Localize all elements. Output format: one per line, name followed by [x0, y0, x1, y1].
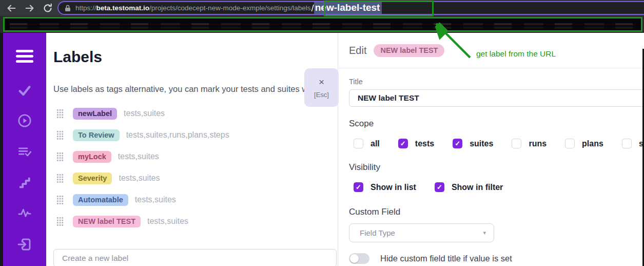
chevron-down-icon: ▾ [483, 230, 486, 236]
bookmarks-bar-zone [0, 16, 644, 33]
drag-handle-icon[interactable] [56, 195, 64, 204]
reload-icon[interactable] [43, 3, 53, 13]
hide-title-toggle[interactable] [349, 253, 369, 264]
create-label-input[interactable] [53, 249, 337, 266]
forward-icon[interactable] [24, 3, 35, 13]
checkbox-label: suites [470, 139, 493, 148]
hide-title-toggle-row: Hide custom field title if value is set [349, 253, 644, 264]
checkbox-label: tests [415, 139, 434, 148]
checkbox-label: Show in list [370, 183, 416, 192]
url-scheme: https:// [75, 4, 96, 12]
toggle-label: Hide custom field title if value is set [380, 254, 512, 263]
checkbox[interactable] [398, 139, 408, 148]
label-badge[interactable]: Automatable [73, 194, 128, 206]
edit-heading: Edit [349, 45, 366, 56]
back-icon[interactable] [6, 3, 17, 13]
scope-checkbox-tests[interactable]: tests [398, 139, 434, 148]
visibility-checkbox-show-in-list[interactable]: Show in list [354, 182, 416, 192]
check-icon[interactable] [17, 83, 32, 100]
scope-checkbox-steps[interactable]: steps [622, 139, 644, 148]
checkbox[interactable] [354, 182, 363, 192]
checkbox[interactable] [435, 182, 444, 192]
checkbox[interactable] [354, 139, 363, 148]
custom-field-heading: Custom Field [349, 207, 644, 217]
label-badge[interactable]: newLabel [73, 108, 117, 120]
checkbox-label: Show in filter [452, 183, 503, 192]
label-badge[interactable]: To Review [73, 129, 120, 141]
visibility-checkbox-row: Show in list Show in filter [354, 182, 644, 192]
checkbox[interactable] [622, 139, 632, 148]
toggle-knob [350, 254, 359, 263]
url-path: /projects/codecept-new-mode-exmple/setti… [149, 4, 310, 12]
url-host: beta.testomat.io [96, 4, 150, 12]
esc-hint: [Esc] [314, 91, 329, 99]
page-description: Use labels as tags alternative, you can … [53, 84, 310, 94]
close-icon: × [319, 77, 324, 87]
hamburger-menu-icon[interactable] [16, 50, 33, 63]
checkbox-label: all [370, 139, 380, 148]
label-badge[interactable]: NEW label TEST [73, 216, 141, 227]
field-type-value: Field Type [360, 229, 395, 237]
scope-checkbox-all[interactable]: all [354, 139, 380, 148]
drag-handle-icon[interactable] [56, 109, 64, 118]
browser-chrome: https://beta.testomat.io/projects/codece… [0, 0, 644, 16]
label-scope-text: tests,suites [118, 152, 159, 161]
scope-checkbox-row: all tests suites runs [354, 139, 644, 148]
drag-handle-icon[interactable] [56, 130, 64, 140]
drag-handle-icon[interactable] [56, 174, 64, 183]
page: https://beta.testomat.io/projects/codece… [0, 0, 644, 266]
checkbox[interactable] [565, 139, 575, 148]
url-highlighted-segment: new-label-test [314, 2, 382, 14]
edit-label-panel: Edit NEW label TEST Title Scope all test… [338, 33, 644, 266]
drag-handle-icon[interactable] [56, 217, 64, 226]
edited-label-badge: NEW label TEST [374, 44, 444, 57]
title-field-label: Title [349, 78, 644, 86]
sidebar [3, 33, 46, 266]
label-scope-text: tests,suites [135, 195, 176, 204]
list-check-icon[interactable] [17, 144, 32, 161]
scope-heading: Scope [349, 119, 644, 129]
drag-handle-icon[interactable] [56, 152, 64, 161]
url-bar[interactable]: https://beta.testomat.io/projects/codece… [57, 1, 644, 15]
lock-icon [65, 5, 71, 12]
label-scope-text: tests,suites [147, 217, 188, 226]
title-input[interactable] [349, 89, 644, 107]
scope-checkbox-suites[interactable]: suites [453, 139, 493, 148]
label-scope-text: tests,suites,runs,plans,steps [126, 130, 229, 140]
pulse-icon[interactable] [17, 205, 32, 223]
play-circle-icon[interactable] [17, 113, 32, 130]
label-scope-text: tests,suites [119, 174, 160, 183]
checkbox[interactable] [453, 139, 462, 148]
checkbox-label: runs [529, 139, 547, 148]
app-window: Labels Use labels as tags alternative, y… [0, 33, 644, 266]
label-scope-text: tests,suites [124, 109, 165, 118]
field-type-select[interactable]: Field Type ▾ [349, 223, 494, 242]
visibility-heading: Visibility [349, 162, 644, 173]
sign-in-icon[interactable] [16, 236, 33, 255]
checkbox-label: plans [582, 139, 603, 148]
visibility-checkbox-show-in-filter[interactable]: Show in filter [435, 182, 503, 192]
redacted-bookmarks-bar [3, 17, 642, 32]
stairs-icon[interactable] [17, 175, 32, 192]
scope-checkbox-plans[interactable]: plans [565, 139, 603, 148]
label-badge[interactable]: myLock [73, 151, 111, 163]
annotation-text: get label from the URL [476, 49, 556, 59]
scope-checkbox-runs[interactable]: runs [512, 139, 547, 148]
checkbox[interactable] [512, 139, 521, 148]
close-panel-button[interactable]: × [Esc] [304, 68, 339, 107]
panel-body: Title Scope all tests suites [338, 78, 644, 264]
label-badge[interactable]: Severity [73, 173, 112, 184]
